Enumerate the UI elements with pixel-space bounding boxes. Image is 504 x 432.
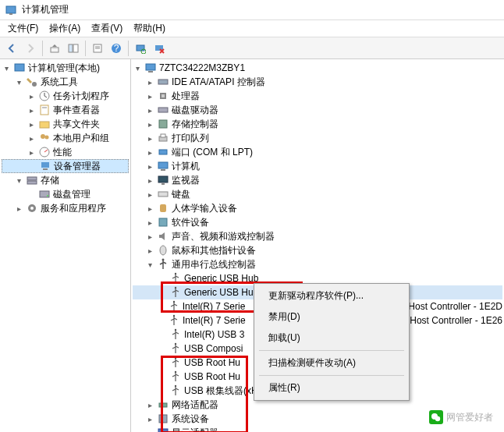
svg-rect-31	[148, 71, 153, 73]
tree-item-label: 端口 (COM 和 LPT)	[172, 146, 253, 159]
right-tree-item[interactable]: ▸键盘	[133, 187, 502, 201]
expander-icon[interactable]: ▾	[145, 260, 154, 269]
tree-item-label: USB Root Hu	[184, 357, 240, 368]
tree-item-label: 网络适配器	[172, 398, 218, 412]
usbdev-icon	[169, 384, 182, 397]
right-tree-item[interactable]: ▸声音、视频和游戏控制器	[133, 229, 502, 243]
svg-point-57	[175, 385, 176, 387]
usbdev-icon	[169, 356, 182, 369]
right-tree-item[interactable]: ▸鼠标和其他指针设备	[133, 243, 502, 257]
expander-icon[interactable]: ▸	[145, 78, 154, 87]
expander-icon[interactable]: ▸	[145, 120, 154, 129]
hid-icon	[157, 202, 169, 214]
left-tree-item[interactable]: ▸本地用户和组	[2, 131, 129, 145]
expander-icon[interactable]: ▸	[145, 106, 154, 115]
menu-file[interactable]: 文件(F)	[3, 20, 43, 37]
tree-item-label: 计算机管理(本地)	[28, 62, 100, 75]
storctl-icon	[157, 118, 169, 130]
right-tree-item[interactable]: ▸磁盘驱动器	[133, 103, 502, 117]
monitor-icon	[157, 174, 169, 186]
right-tree-item[interactable]: ▸IDE ATA/ATAPI 控制器	[133, 75, 502, 89]
expander-icon[interactable]: ▸	[145, 134, 154, 143]
expander-icon[interactable]: ▸	[145, 204, 154, 213]
expander-icon[interactable]: ▸	[27, 106, 36, 115]
menu-help[interactable]: 帮助(H)	[129, 20, 170, 37]
expander-icon[interactable]: ▾	[14, 78, 23, 87]
svg-point-50	[175, 287, 176, 289]
tree-item-label: 鼠标和其他指针设备	[172, 244, 256, 257]
expander-icon[interactable]: ▸	[145, 401, 154, 409]
left-tree-item[interactable]: ▸服务和应用程序	[2, 201, 129, 215]
left-tree-item[interactable]: ▾存储	[2, 173, 129, 187]
left-tree-item[interactable]: ▾计算机管理(本地)	[2, 61, 129, 75]
forward-button[interactable]	[22, 40, 39, 57]
tree-item-label: USB Root Hu	[184, 371, 240, 382]
right-tree-item[interactable]: ▸软件设备	[133, 215, 502, 229]
expander-icon[interactable]: ▸	[145, 190, 154, 199]
left-tree-item[interactable]: 磁盘管理	[2, 187, 129, 201]
context-menu-item[interactable]: 扫描检测硬件改动(A)	[256, 352, 407, 374]
right-tree-item[interactable]: ▾7ZTC34222M3ZBY1	[133, 61, 502, 75]
menu-action[interactable]: 操作(A)	[44, 20, 85, 37]
expander-icon[interactable]: ▸	[145, 415, 154, 423]
expander-icon[interactable]: ▸	[145, 246, 154, 255]
expander-icon[interactable]: ▾	[133, 64, 142, 73]
tree-item-tail: d Host Controller - 1E2D	[400, 301, 502, 312]
right-tree-item[interactable]: ▾通用串行总线控制器	[133, 257, 502, 271]
right-tree-item[interactable]: ▸存储控制器	[133, 117, 502, 131]
properties-button[interactable]	[89, 40, 106, 57]
expander-icon[interactable]: ▸	[145, 148, 154, 157]
menu-view[interactable]: 查看(V)	[87, 20, 127, 37]
expander-icon[interactable]: ▸	[14, 204, 23, 213]
left-tree-item[interactable]: ▸性能	[2, 145, 129, 159]
expander-icon[interactable]: ▸	[145, 429, 154, 433]
uninstall-button[interactable]	[151, 40, 168, 57]
pc-icon	[144, 62, 157, 74]
scan-button[interactable]	[132, 40, 149, 57]
context-menu-item[interactable]: 属性(R)	[256, 377, 407, 398]
right-tree-item[interactable]: ▸显示适配器	[133, 426, 502, 432]
right-tree-item[interactable]: ▸端口 (COM 和 LPT)	[133, 145, 502, 159]
expander-icon[interactable]: ▸	[145, 232, 154, 241]
expander-icon[interactable]: ▾	[2, 64, 11, 73]
svg-rect-38	[161, 134, 165, 137]
right-tree-item[interactable]: ▸处理器	[133, 89, 502, 103]
tree-item-label: Intel(R) 7 Serie	[183, 301, 246, 312]
expander-icon[interactable]: ▸	[27, 92, 36, 101]
svg-rect-10	[137, 45, 144, 51]
svg-point-55	[175, 357, 176, 359]
right-tree-item[interactable]: ▸计算机	[133, 159, 502, 173]
expander-icon[interactable]: ▸	[145, 218, 154, 227]
expander-icon[interactable]: ▸	[27, 120, 36, 129]
svg-point-51	[172, 301, 174, 303]
left-tree-item[interactable]: ▸共享文件夹	[2, 117, 129, 131]
diskdrv-icon	[157, 104, 169, 116]
left-tree-item[interactable]: 设备管理器	[2, 159, 129, 173]
left-tree-item[interactable]: ▸事件查看器	[2, 103, 129, 117]
right-tree-item[interactable]: ▸人体学输入设备	[133, 201, 502, 215]
left-tree-panel[interactable]: ▾计算机管理(本地)▾系统工具▸任务计划程序▸事件查看器▸共享文件夹▸本地用户和…	[0, 59, 131, 432]
expander-icon[interactable]: ▾	[14, 176, 23, 185]
svg-rect-2	[51, 48, 59, 52]
back-button[interactable]	[3, 40, 20, 57]
help-button[interactable]: ?	[108, 40, 125, 57]
expander-icon[interactable]: ▸	[145, 176, 154, 185]
svg-point-62	[435, 416, 440, 421]
expander-icon[interactable]: ▸	[27, 148, 36, 157]
context-menu-item[interactable]: 更新驱动程序软件(P)...	[256, 285, 407, 306]
right-tree-item[interactable]: ▸打印队列	[133, 131, 502, 145]
toolbar: ?	[0, 37, 504, 59]
watermark-text: 网管爱好者	[446, 411, 493, 424]
left-tree-item[interactable]: ▾系统工具	[2, 75, 129, 89]
expander-icon[interactable]: ▸	[145, 92, 154, 101]
show-hide-button[interactable]	[65, 40, 82, 57]
expander-icon[interactable]: ▸	[27, 134, 36, 143]
left-tree-item[interactable]: ▸任务计划程序	[2, 89, 129, 103]
context-menu-item[interactable]: 卸载(U)	[256, 328, 407, 349]
right-tree-item[interactable]: ▸监视器	[133, 173, 502, 187]
expander-icon[interactable]: ▸	[145, 162, 154, 171]
sys-icon	[157, 413, 169, 425]
svg-rect-12	[155, 45, 163, 51]
context-menu-item[interactable]: 禁用(D)	[256, 306, 407, 328]
up-button[interactable]	[46, 40, 63, 57]
